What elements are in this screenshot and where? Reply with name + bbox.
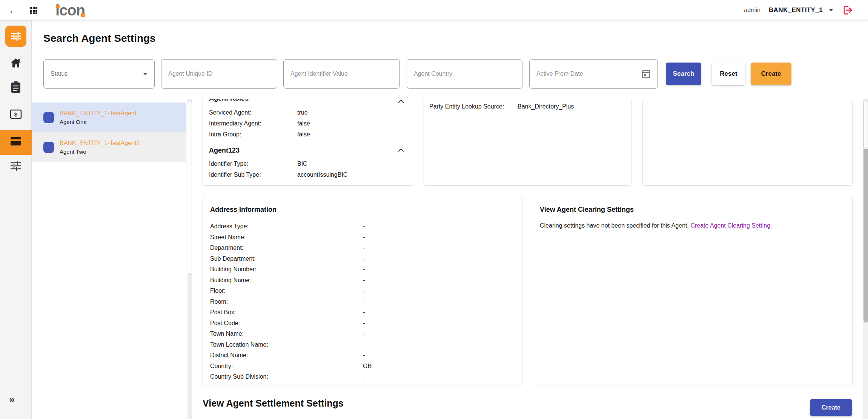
detail-row: Post Code:- [210,320,513,327]
clearing-message: Clearing settings have not been specifie… [540,222,689,229]
entity-selector-label[interactable]: BANK_ENTITY_1 [769,6,823,14]
detail-row: Room:- [210,298,513,306]
list-item-agent-one[interactable]: BANK_ENTITY_1-TestAgent Agent One [32,102,186,132]
agent-subtitle: Agent Two [60,148,140,155]
detail-row: Serviced Agent: true [209,109,404,116]
sidebar-item-agent-settings[interactable] [0,136,32,146]
sidebar-item-configuration[interactable] [0,160,32,171]
username-label: admin [744,7,760,14]
agent-roles-card: Agent Roles Serviced Agent: true Interme… [203,99,413,186]
search-button[interactable]: Search [666,63,701,85]
sidebar-item-home[interactable] [0,57,32,69]
page-scrollbar-upper-thumb[interactable] [863,100,868,149]
detail-row: Town Name:- [210,330,513,338]
agent-detail-panel: Agent Roles Serviced Agent: true Interme… [192,99,863,419]
agent-unique-id-field-wrap [161,59,277,89]
list-scrollbar-track[interactable] [187,99,192,419]
calendar-icon[interactable] [642,69,651,79]
svg-text:$: $ [14,111,18,118]
agent-subtitle: Agent One [60,118,137,125]
create-clearing-setting-link[interactable]: Create Agent Clearing Setting. [690,222,772,229]
detail-row: Identifier Type: BIC [209,160,404,168]
sidebar-nav: $ » [0,20,32,419]
agent-identifier-value-input[interactable] [290,70,393,77]
agent-title: BANK_ENTITY_1-TestAgent2 [60,139,140,147]
logo-orange-tail [81,13,85,17]
create-settlement-button[interactable]: Create [810,399,852,416]
address-information-card: Address Information Address Type:- Stree… [203,196,522,385]
top-app-bar: ← icon admin BANK_ENTITY_1 [0,0,868,20]
detail-row: Floor:- [210,287,513,295]
sidebar-item-module-home[interactable] [5,26,26,47]
detail-row: Town Location Name:- [210,341,513,349]
detail-row: Building Name:- [210,277,513,284]
sidebar-expand-icon[interactable]: » [9,394,15,405]
logo-orange-dot [56,5,60,8]
detail-row: Post Box:- [210,309,513,316]
page-title: Search Agent Settings [43,32,156,44]
sidebar-item-tasks[interactable] [0,81,32,93]
status-select[interactable]: Status [43,59,155,89]
chevron-down-icon [143,73,147,75]
logo-text: icon [55,2,85,18]
agent-country-input[interactable] [414,70,515,77]
logout-icon[interactable] [842,5,853,16]
detail-row: Address Type:- [210,223,513,230]
page-scrollbar-track[interactable] [863,99,868,419]
list-scrollbar-thumb[interactable] [188,101,192,275]
page-scrollbar-thumb[interactable] [863,149,868,323]
detail-row: Street Name:- [210,234,513,241]
back-icon[interactable]: ← [8,5,18,16]
agent-identifier-heading: Agent123 [209,147,240,154]
agent-avatar-icon [43,112,54,123]
clearing-settings-card: View Agent Clearing Settings Clearing se… [532,196,853,385]
detail-row: Intermediary Agent: false [209,120,404,127]
active-from-date-input[interactable] [536,70,642,77]
agent-avatar-icon [43,142,54,153]
detail-row: Building Number:- [210,266,513,273]
collapse-chevron-up-icon[interactable] [398,147,404,154]
reset-button[interactable]: Reset [712,63,745,85]
detail-row: Party Entity Lookup Source: Bank_Directo… [429,103,624,110]
status-select-value: Status [51,70,68,77]
app-grid-icon[interactable] [30,7,37,14]
detail-row: Country:GB [210,362,513,370]
agent-identifier-value-field-wrap [283,59,400,89]
agent-results-list: BANK_ENTITY_1-TestAgent Agent One BANK_E… [32,99,187,419]
agent-title: BANK_ENTITY_1-TestAgent [60,110,137,117]
icon-logo: icon [55,2,85,18]
detail-row: District Name:- [210,352,513,359]
detail-row: Country Sub Division:- [210,373,513,381]
search-header: Search Agent Settings Status Search Rese… [32,20,868,99]
agent-roles-heading: Agent Roles [209,99,249,102]
collapse-chevron-up-icon[interactable] [398,99,404,105]
empty-detail-card [642,101,853,186]
address-heading: Address Information [210,206,277,213]
agent-country-field-wrap [407,59,522,89]
party-entity-lookup-card: Party Entity Lookup Source: Bank_Directo… [424,99,631,186]
settlement-settings-heading: View Agent Settlement Settings [203,398,344,409]
detail-row: Sub Department:- [210,255,513,263]
clearing-heading: View Agent Clearing Settings [540,206,634,213]
entity-caret-icon[interactable] [829,9,833,11]
list-item-agent-two[interactable]: BANK_ENTITY_1-TestAgent2 Agent Two [32,132,186,162]
sidebar-item-payments[interactable]: $ [0,109,32,119]
detail-row: Intra Group: false [209,131,404,138]
active-from-date-field-wrap [529,59,658,89]
detail-row: Department:- [210,244,513,252]
detail-row: Identifier Sub Type: accountIssuingBIC [209,171,404,179]
agent-unique-id-input[interactable] [168,70,270,77]
create-button[interactable]: Create [751,63,791,85]
